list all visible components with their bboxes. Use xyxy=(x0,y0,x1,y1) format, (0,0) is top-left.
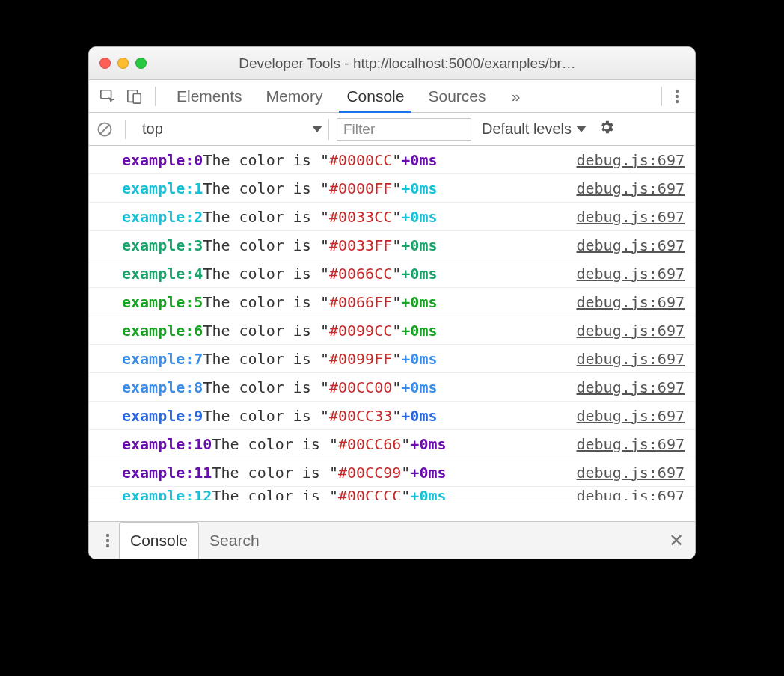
tabs-overflow-button[interactable]: » xyxy=(503,87,530,105)
log-row: example:5 The color is "#0066FF" +0msdeb… xyxy=(89,288,695,316)
panel-tabs: ElementsMemoryConsoleSources xyxy=(165,80,498,112)
log-message: " xyxy=(392,151,401,169)
console-log-list: example:0 The color is "#0000CC" +0msdeb… xyxy=(89,146,695,521)
log-hex-value: #0099CC xyxy=(329,322,392,339)
log-source-link[interactable]: debug.js:697 xyxy=(577,322,685,339)
drawer-tab-search[interactable]: Search xyxy=(199,522,270,559)
log-message: The color is " xyxy=(203,378,329,396)
log-source-link[interactable]: debug.js:697 xyxy=(577,378,685,396)
window-controls xyxy=(99,58,147,69)
filter-input[interactable] xyxy=(337,118,471,141)
window-title: Developer Tools - http://localhost:5000/… xyxy=(160,55,685,72)
log-row: example:7 The color is "#0099FF" +0msdeb… xyxy=(89,345,695,373)
log-timing: +0ms xyxy=(410,435,446,453)
log-row: example:12 The color is "#00CCCC" +0msde… xyxy=(89,487,695,500)
log-hex-value: #0066FF xyxy=(329,293,392,311)
drawer-more-button[interactable] xyxy=(97,532,119,549)
log-namespace: example:4 xyxy=(122,265,203,283)
log-row: example:6 The color is "#0099CC" +0msdeb… xyxy=(89,316,695,345)
log-source-link[interactable]: debug.js:697 xyxy=(577,151,685,169)
log-namespace: example:7 xyxy=(122,350,203,368)
log-message: " xyxy=(392,208,401,226)
log-row: example:8 The color is "#00CC00" +0msdeb… xyxy=(89,373,695,402)
log-source-link[interactable]: debug.js:697 xyxy=(577,350,685,368)
log-source-link[interactable]: debug.js:697 xyxy=(577,435,685,453)
log-message: " xyxy=(401,464,410,482)
zoom-window-button[interactable] xyxy=(135,58,147,69)
chevron-down-icon xyxy=(312,126,322,132)
svg-rect-2 xyxy=(133,93,141,103)
log-namespace: example:0 xyxy=(122,151,203,169)
tab-elements[interactable]: Elements xyxy=(165,80,254,112)
log-timing: +0ms xyxy=(401,293,437,311)
log-timing: +0ms xyxy=(401,236,437,254)
log-message: The color is " xyxy=(203,407,329,425)
log-source-link[interactable]: debug.js:697 xyxy=(577,236,685,254)
close-drawer-icon[interactable]: ✕ xyxy=(665,530,687,551)
log-row: example:3 The color is "#0033FF" +0msdeb… xyxy=(89,231,695,259)
execution-context-label: top xyxy=(142,120,163,138)
log-namespace: example:9 xyxy=(122,407,203,425)
log-row: example:10 The color is "#00CC66" +0msde… xyxy=(89,430,695,458)
log-row: example:0 The color is "#0000CC" +0msdeb… xyxy=(89,146,695,174)
execution-context-selector[interactable]: top xyxy=(142,119,329,140)
log-message: The color is " xyxy=(203,179,329,197)
svg-point-9 xyxy=(106,538,109,541)
log-source-link[interactable]: debug.js:697 xyxy=(577,293,685,311)
log-timing: +0ms xyxy=(401,322,437,339)
log-timing: +0ms xyxy=(401,407,437,425)
svg-point-4 xyxy=(676,94,679,97)
titlebar: Developer Tools - http://localhost:5000/… xyxy=(89,47,695,80)
more-options-button[interactable] xyxy=(667,88,687,105)
svg-point-5 xyxy=(676,99,679,102)
log-row: example:4 The color is "#0066CC" +0msdeb… xyxy=(89,259,695,288)
log-source-link[interactable]: debug.js:697 xyxy=(577,487,685,500)
inspect-element-icon[interactable] xyxy=(97,85,119,108)
log-message: " xyxy=(392,265,401,283)
log-timing: +0ms xyxy=(401,151,437,169)
svg-point-3 xyxy=(676,89,679,92)
drawer-tab-console[interactable]: Console xyxy=(119,522,199,559)
log-levels-selector[interactable]: Default levels xyxy=(482,120,587,138)
toggle-device-toolbar-icon[interactable] xyxy=(123,85,146,108)
log-message: The color is " xyxy=(203,208,329,226)
log-message: " xyxy=(392,350,401,368)
devtools-tabstrip: ElementsMemoryConsoleSources » xyxy=(89,80,695,113)
log-timing: +0ms xyxy=(401,350,437,368)
log-message: " xyxy=(392,322,401,339)
svg-point-8 xyxy=(106,533,109,536)
drawer-tabs: ConsoleSearch xyxy=(119,522,270,559)
log-source-link[interactable]: debug.js:697 xyxy=(577,407,685,425)
log-hex-value: #00CC33 xyxy=(329,407,392,425)
svg-line-7 xyxy=(100,125,109,134)
close-window-button[interactable] xyxy=(99,58,111,69)
log-source-link[interactable]: debug.js:697 xyxy=(577,265,685,283)
tab-sources[interactable]: Sources xyxy=(416,80,497,112)
log-message: " xyxy=(401,435,410,453)
log-timing: +0ms xyxy=(410,464,446,482)
log-source-link[interactable]: debug.js:697 xyxy=(577,179,685,197)
clear-console-icon[interactable] xyxy=(97,121,113,138)
log-hex-value: #0033CC xyxy=(329,208,392,226)
log-namespace: example:2 xyxy=(122,208,203,226)
chevron-down-icon xyxy=(576,126,587,132)
console-settings-icon[interactable] xyxy=(598,119,615,139)
log-message: The color is " xyxy=(212,487,338,500)
minimize-window-button[interactable] xyxy=(117,58,129,69)
tab-console[interactable]: Console xyxy=(334,80,416,112)
separator xyxy=(155,87,156,106)
log-message: The color is " xyxy=(203,265,329,283)
tab-memory[interactable]: Memory xyxy=(254,80,335,112)
svg-point-10 xyxy=(106,544,109,547)
log-hex-value: #00CC00 xyxy=(329,378,392,396)
log-namespace: example:12 xyxy=(122,487,212,500)
log-source-link[interactable]: debug.js:697 xyxy=(577,208,685,226)
log-source-link[interactable]: debug.js:697 xyxy=(577,464,685,482)
log-row: example:1 The color is "#0000FF" +0msdeb… xyxy=(89,174,695,203)
separator xyxy=(661,87,662,106)
log-hex-value: #0033FF xyxy=(329,236,392,254)
log-row: example:2 The color is "#0033CC" +0msdeb… xyxy=(89,203,695,231)
svg-rect-0 xyxy=(101,90,111,98)
log-timing: +0ms xyxy=(410,487,446,500)
log-timing: +0ms xyxy=(401,208,437,226)
